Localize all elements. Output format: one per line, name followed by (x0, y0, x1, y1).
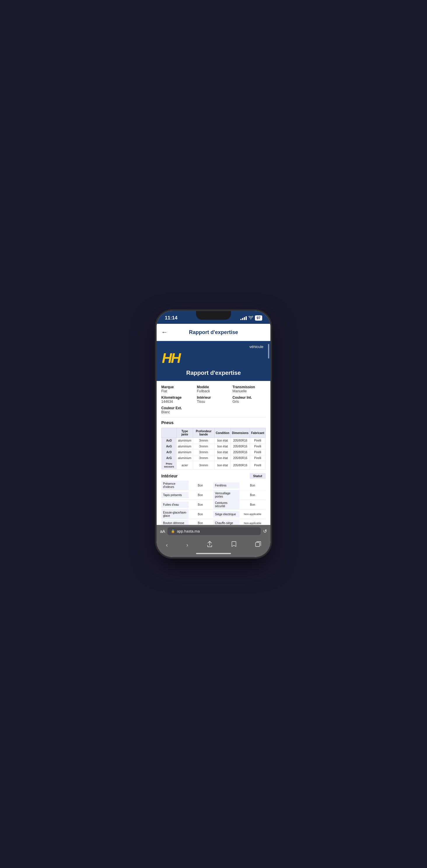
tire-cond-avd: bon état (215, 438, 231, 444)
couleur-int-item: Couleur Int. Gris (232, 396, 266, 404)
interieur-section-title: Intérieur (161, 474, 178, 478)
tires-table: Type jante Profondeur bande Condition Di… (161, 428, 266, 470)
item-statut-right: Bon (239, 483, 266, 489)
tabs-button[interactable] (252, 540, 264, 550)
status-icons: 97 (240, 315, 262, 321)
share-button[interactable] (203, 540, 216, 550)
wifi-icon (249, 316, 253, 320)
phone-screen: 11:14 97 (156, 311, 271, 557)
tire-prof-avg: 3mmm (193, 444, 215, 450)
item-label: Essuie-glace/lave-glace (161, 509, 189, 519)
tire-dim-ard: 205/80R16 (231, 450, 250, 455)
scrollbar-indicator (268, 344, 269, 359)
item-label: Tapis présents (161, 492, 189, 498)
browser-back-button[interactable]: ‹ (163, 540, 171, 550)
battery-indicator: 97 (255, 315, 262, 321)
tire-dim-secours: 205/80R16 (231, 461, 250, 470)
transmission-label: Transmission (232, 385, 266, 389)
tire-dim-avg: 205/80R16 (231, 444, 250, 450)
browser-forward-button[interactable]: › (183, 540, 192, 550)
tire-pos-ard: ArD (162, 450, 177, 455)
tire-cond-avg: bon état (215, 444, 231, 450)
main-content: Marque Fiat Modèle Fullback Transmission… (156, 381, 271, 525)
table-row: Pneu secours acier 3mmm bon état 205/80R… (162, 461, 266, 470)
logo-icon: HH (161, 350, 182, 367)
item-statut: Bon (189, 502, 212, 508)
reload-button[interactable]: ↺ (263, 528, 267, 534)
signal-bars (240, 316, 247, 320)
tire-jante-arg: aluminium (176, 455, 193, 461)
table-row: AvG aluminium 3mmm bon état 205/80R16 Pi… (162, 444, 266, 450)
tire-prof-secours: 3mmm (193, 461, 215, 470)
item-statut-right: Bon (239, 502, 266, 508)
item-label: Fuites d'eau (161, 502, 189, 508)
tire-jante-avg: aluminium (176, 444, 193, 450)
tire-dim-avd: 205/80R16 (231, 438, 250, 444)
report-title-blue: Rapport d'expertise (161, 370, 266, 376)
item-statut: Bon (189, 492, 212, 498)
lock-icon: 🔒 (171, 529, 175, 533)
couleur-ext-label: Couleur Ext. (161, 406, 266, 410)
item-label: Bouton détresse (161, 520, 189, 525)
table-row: AvD aluminium 3mmm bon état 205/80R16 Pi… (162, 438, 266, 444)
kilometrage-value: 144634 (161, 400, 195, 404)
content-scroll[interactable]: véhicule HH Rapport d'expertise (156, 341, 271, 525)
interior-row: Fuites d'eau Bon Ceintures sécurité Bon (161, 500, 266, 509)
signal-bar-4 (246, 316, 247, 320)
blue-header-top: véhicule (161, 344, 266, 349)
logo-area: HH (161, 350, 266, 367)
item-statut-right: Non-applicable (239, 511, 266, 517)
item-label-right: Verrouillage portes (213, 490, 239, 500)
modele-value: Fullback (197, 389, 230, 393)
status-time: 11:14 (165, 315, 177, 321)
tire-prof-avd: 3mmm (193, 438, 215, 444)
statut-header: Statut (250, 473, 266, 479)
interior-row: Essuie-glace/lave-glace Bon Siège électr… (161, 509, 266, 519)
tire-jante-secours: acier (176, 461, 193, 470)
interieur-item: Intérieur Tissu (197, 396, 230, 404)
tire-fab-arg: Pirelli (250, 455, 265, 461)
divider-1 (161, 417, 266, 417)
vehicle-info-grid: Marque Fiat Modèle Fullback Transmission… (161, 385, 266, 393)
tire-cond-ard: bon état (215, 450, 231, 455)
th-type-jante: Type jante (176, 428, 193, 438)
item-statut-right: Non-applicable (239, 520, 266, 525)
couleur-int-label: Couleur Int. (232, 396, 266, 400)
item-label: Présence d'odeurs (161, 480, 189, 490)
tire-prof-arg: 3mmm (193, 455, 215, 461)
item-label-right: Fenêtres (213, 483, 239, 489)
vehicle-info-grid-2: Kilométrage 144634 Intérieur Tissu Coule… (161, 396, 266, 404)
status-bar: 11:14 97 (156, 311, 271, 324)
bookmark-button[interactable] (228, 540, 240, 550)
transmission-value: Manuelle (232, 389, 266, 393)
item-statut: Bon (189, 520, 212, 525)
transmission-item: Transmission Manuelle (232, 385, 266, 393)
browser-aa[interactable]: aA (160, 529, 165, 534)
back-button[interactable]: ← (161, 327, 170, 337)
home-bar (196, 553, 231, 554)
item-label-right: Chauffe-siège (213, 520, 239, 525)
th-profondeur: Profondeur bande (193, 428, 215, 438)
svg-rect-1 (256, 542, 260, 547)
marque-value: Fiat (161, 389, 195, 393)
item-label-right: Siège électrique (213, 511, 239, 517)
marque-item: Marque Fiat (161, 385, 195, 393)
vehicule-label: véhicule (249, 344, 263, 349)
home-indicator (156, 551, 271, 557)
signal-bar-2 (242, 318, 243, 320)
tire-fab-ard: Pirelli (250, 450, 265, 455)
browser-url-area[interactable]: 🔒 app.hasta.ma (167, 527, 261, 535)
tire-fab-avd: Pirelli (250, 438, 265, 444)
modele-item: Modèle Fullback (197, 385, 230, 393)
bottom-toolbar: ‹ › (156, 537, 271, 551)
tire-pos-arg: ArG (162, 455, 177, 461)
tire-prof-ard: 3mmm (193, 450, 215, 455)
tire-fab-avg: Pirelli (250, 444, 265, 450)
th-position (162, 428, 177, 438)
couleur-ext-item: Couleur Ext. Blanc (161, 406, 266, 414)
tire-pos-avd: AvD (162, 438, 177, 444)
item-statut: Bon (189, 483, 212, 489)
tire-jante-ard: aluminium (176, 450, 193, 455)
browser-url: app.hasta.ma (177, 529, 200, 533)
interior-row: Bouton détresse Bon Chauffe-siège Non-ap… (161, 519, 266, 525)
